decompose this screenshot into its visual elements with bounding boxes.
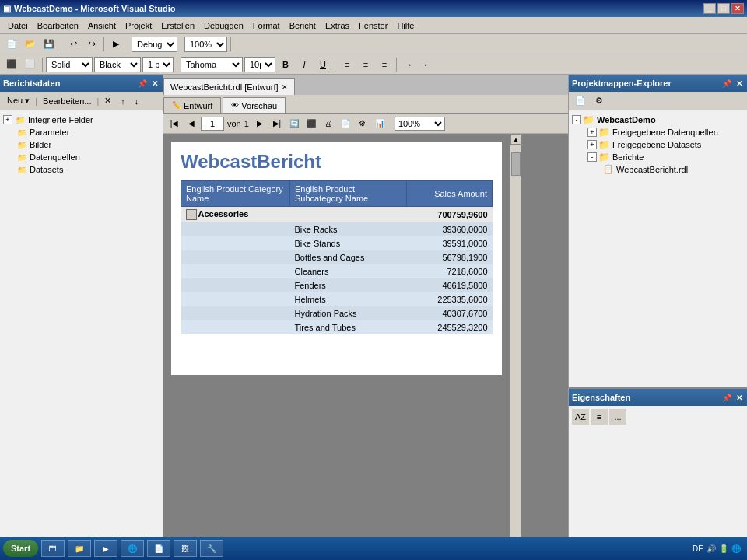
delete-item-button[interactable]: ✕ bbox=[100, 94, 115, 107]
menu-bearbeiten[interactable]: Bearbeiten bbox=[33, 19, 83, 32]
tree-item-datasources[interactable]: 📁 Datenquellen bbox=[0, 151, 163, 163]
page-setup-button[interactable]: ⚙ bbox=[355, 117, 370, 131]
taskbar-btn-5[interactable]: 📄 bbox=[147, 540, 170, 557]
font-name-dropdown[interactable]: Tahoma bbox=[181, 57, 243, 72]
nav-last-button[interactable]: ▶| bbox=[269, 117, 285, 131]
sol-item-reports[interactable]: - 📁 Berichte bbox=[572, 151, 744, 163]
edit-button[interactable]: Bearbeiten... bbox=[39, 95, 95, 107]
maximize-button[interactable]: □ bbox=[717, 3, 730, 14]
scroll-thumb[interactable] bbox=[511, 152, 521, 176]
refresh-button[interactable]: 🔄 bbox=[286, 117, 302, 131]
nav-prev-button[interactable]: ◀ bbox=[184, 117, 199, 131]
menu-ansicht[interactable]: Ansicht bbox=[83, 19, 121, 32]
menu-datei[interactable]: Datei bbox=[3, 19, 33, 32]
undo-button[interactable]: ↩ bbox=[65, 37, 82, 52]
right-panel-controls[interactable]: 📌 ✕ bbox=[721, 79, 744, 88]
right-panel-close[interactable]: ✕ bbox=[735, 79, 744, 88]
redo-button[interactable]: ↪ bbox=[83, 37, 100, 52]
underline-button[interactable]: U bbox=[314, 57, 331, 72]
menu-projekt[interactable]: Projekt bbox=[121, 19, 156, 32]
zoom-dropdown[interactable]: 100% bbox=[184, 37, 227, 52]
taskbar-btn-1[interactable]: 🗔 bbox=[41, 540, 65, 557]
sol-item-datasets[interactable]: + 📁 Freigegebene Datasets bbox=[572, 138, 744, 151]
start-button[interactable]: Start bbox=[3, 540, 38, 557]
sol-toggle-root[interactable]: - bbox=[572, 115, 581, 124]
sol-item-datasources[interactable]: + 📁 Freigegebene Datenquellen bbox=[572, 126, 744, 138]
tree-item-integrated[interactable]: + 📁 Integrierte Felder bbox=[0, 114, 163, 126]
nav-next-button[interactable]: ▶ bbox=[252, 117, 268, 131]
export-button[interactable]: 📊 bbox=[372, 117, 388, 131]
new-file-button[interactable]: 📄 bbox=[3, 37, 20, 52]
menu-hilfe[interactable]: Hilfe bbox=[392, 19, 419, 32]
taskbar-btn-3[interactable]: ▶ bbox=[94, 540, 117, 557]
close-button[interactable]: ✕ bbox=[731, 3, 744, 14]
doc-tab-main[interactable]: WebcastBericht.rdl [Entwurf] ✕ bbox=[163, 78, 295, 95]
format-btn-2[interactable]: ⬜ bbox=[22, 57, 39, 72]
sol-item-rdl[interactable]: 📋 WebcastBericht.rdl bbox=[572, 163, 744, 175]
solution-new-button[interactable]: 📄 bbox=[572, 93, 589, 109]
taskbar-btn-6[interactable]: 🖼 bbox=[174, 540, 197, 557]
left-panel-close[interactable]: ✕ bbox=[150, 79, 160, 88]
tab-entwurf[interactable]: ✏️ Entwurf bbox=[163, 97, 221, 113]
left-panel-pin[interactable]: 📌 bbox=[136, 79, 149, 88]
props-more-button[interactable]: ... bbox=[609, 409, 626, 425]
left-panel-controls[interactable]: 📌 ✕ bbox=[136, 79, 160, 88]
tree-item-parameter[interactable]: 📁 Parameter bbox=[0, 126, 163, 138]
toggle-icon[interactable]: - bbox=[186, 209, 197, 220]
props-panel-close[interactable]: ✕ bbox=[735, 394, 744, 402]
print-layout-button[interactable]: 📄 bbox=[338, 117, 353, 131]
window-controls[interactable]: _ □ ✕ bbox=[703, 3, 744, 14]
outdent-button[interactable]: ← bbox=[419, 57, 436, 72]
page-number-input[interactable] bbox=[201, 117, 224, 131]
debug-config-dropdown[interactable]: Debug bbox=[132, 37, 177, 52]
font-size-dropdown[interactable]: 10pt bbox=[244, 57, 275, 72]
open-button[interactable]: 📂 bbox=[22, 37, 39, 52]
menu-extras[interactable]: Extras bbox=[321, 19, 354, 32]
border-size-dropdown[interactable]: 1 pt bbox=[142, 57, 174, 72]
format-btn-1[interactable]: ⬛ bbox=[3, 57, 20, 72]
save-button[interactable]: 💾 bbox=[40, 37, 58, 52]
tab-vorschau[interactable]: 👁 Vorschau bbox=[223, 97, 286, 113]
report-zoom-dropdown[interactable]: 100% bbox=[395, 117, 445, 131]
border-color-dropdown[interactable]: Black bbox=[94, 57, 141, 72]
sol-toggle-datasets[interactable]: + bbox=[587, 140, 597, 149]
props-categorize-button[interactable]: ≡ bbox=[591, 409, 608, 425]
taskbar-btn-7[interactable]: 🔧 bbox=[200, 540, 223, 557]
tree-item-images[interactable]: 📁 Bilder bbox=[0, 138, 163, 151]
minimize-button[interactable]: _ bbox=[703, 3, 716, 14]
new-report-item-button[interactable]: Neu ▾ bbox=[3, 94, 33, 107]
menu-fenster[interactable]: Fenster bbox=[354, 19, 392, 32]
stop-button[interactable]: ⬛ bbox=[303, 117, 319, 131]
right-panel-pin[interactable]: 📌 bbox=[721, 79, 733, 88]
sol-toggle-datasources[interactable]: + bbox=[587, 128, 597, 137]
sol-item-root[interactable]: - 📁 WebcastDemo bbox=[572, 114, 744, 126]
build-button[interactable]: ▶ bbox=[107, 37, 124, 52]
nav-up-button[interactable]: ↑ bbox=[117, 95, 129, 107]
border-style-dropdown[interactable]: Solid bbox=[46, 57, 93, 72]
tree-item-datasets[interactable]: 📁 Datasets bbox=[0, 163, 163, 176]
menu-bericht[interactable]: Bericht bbox=[285, 19, 321, 32]
indent-button[interactable]: → bbox=[400, 57, 417, 72]
italic-button[interactable]: I bbox=[296, 57, 313, 72]
props-panel-controls[interactable]: 📌 ✕ bbox=[721, 394, 744, 402]
toggle-integrated[interactable]: + bbox=[3, 115, 12, 124]
sol-toggle-reports[interactable]: - bbox=[587, 152, 597, 162]
menu-erstellen[interactable]: Erstellen bbox=[156, 19, 199, 32]
taskbar-btn-4[interactable]: 🌐 bbox=[121, 540, 144, 557]
bold-button[interactable]: B bbox=[277, 57, 294, 72]
props-panel-pin[interactable]: 📌 bbox=[721, 394, 733, 402]
menu-debuggen[interactable]: Debuggen bbox=[199, 19, 248, 32]
align-left-button[interactable]: ≡ bbox=[338, 57, 356, 72]
scroll-track[interactable] bbox=[510, 145, 521, 543]
align-center-button[interactable]: ≡ bbox=[357, 57, 374, 72]
scroll-up-button[interactable]: ▲ bbox=[510, 134, 521, 145]
props-sort-alpha-button[interactable]: AZ bbox=[572, 409, 589, 425]
taskbar-btn-2[interactable]: 📁 bbox=[68, 540, 91, 557]
solution-props-button[interactable]: ⚙ bbox=[591, 93, 608, 109]
nav-first-button[interactable]: |◀ bbox=[167, 117, 182, 131]
align-right-button[interactable]: ≡ bbox=[376, 57, 393, 72]
nav-down-button[interactable]: ↓ bbox=[131, 95, 143, 107]
menu-format[interactable]: Format bbox=[248, 19, 285, 32]
print-button[interactable]: 🖨 bbox=[321, 117, 336, 131]
doc-tab-close-button[interactable]: ✕ bbox=[282, 83, 288, 91]
